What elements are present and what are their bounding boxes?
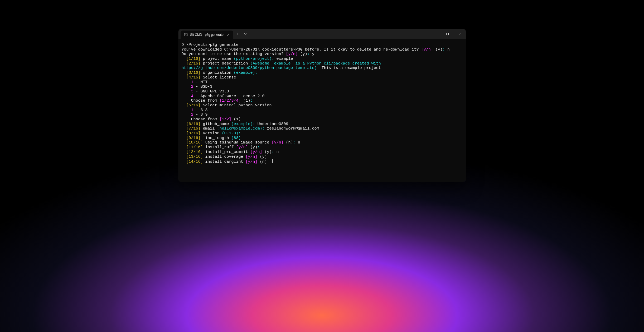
- pyver-option-n: 1: [191, 108, 193, 112]
- step-index: [2/16]: [186, 61, 201, 66]
- step-label: Select minimal_python_version: [201, 103, 272, 108]
- step-index: [6/16]: [186, 122, 201, 126]
- terminal-output[interactable]: D:\Projects>p3g generate You've download…: [178, 39, 466, 182]
- download-msg: You've downloaded C:\Users\28701\.cookie…: [182, 47, 421, 52]
- step-index: [9/16]: [186, 136, 201, 140]
- license-option-name: GNU GPL v3.0: [201, 89, 229, 94]
- download-default: (y): [433, 47, 443, 52]
- step-label: organization: [201, 71, 234, 75]
- step-default: (y): [258, 155, 267, 159]
- dash: -: [193, 108, 201, 112]
- step-label: project_description: [201, 61, 250, 66]
- window-controls: [429, 29, 466, 39]
- step-index: [7/16]: [186, 126, 201, 131]
- step-default: (88): [231, 136, 241, 140]
- yn-hint: [y/n]: [250, 150, 262, 154]
- step-index: [3/16]: [186, 71, 201, 75]
- tab-active[interactable]: Git CMD - p3g generate: [181, 31, 233, 39]
- step-default: (hello@example.com): [217, 126, 262, 131]
- dash: -: [193, 94, 201, 98]
- download-answer: n: [447, 47, 450, 52]
- license-option-name: MIT: [201, 80, 208, 85]
- colon: :: [250, 98, 253, 103]
- step-label: install_darglint: [203, 160, 246, 164]
- step-label: install_pre_commit: [203, 150, 250, 154]
- colon: :: [307, 52, 312, 56]
- pyver-option-name: 3.8: [201, 108, 208, 112]
- dash: -: [193, 80, 201, 85]
- step-answer: example: [277, 57, 293, 61]
- minimize-button[interactable]: [429, 29, 442, 39]
- colon: :: [253, 122, 258, 126]
- step-label: using_tsinghua_image_source: [203, 140, 272, 145]
- prompt: D:\Projects>: [182, 43, 210, 47]
- maximize-button[interactable]: [442, 29, 454, 39]
- cursor: [272, 159, 273, 163]
- terminal-icon: [184, 33, 188, 37]
- step-default: (example): [231, 122, 253, 126]
- step-answer: This is a example project: [322, 66, 381, 70]
- step-label: line_length: [201, 136, 231, 140]
- step-default-url: https://github.com/Undertone0809/python-…: [182, 66, 314, 70]
- step-default-pre: (Awesome `example` is a Python cli/packa…: [250, 61, 381, 66]
- command-text: p3g generate: [210, 43, 239, 47]
- tab-close-button[interactable]: [226, 32, 231, 37]
- pyver-option-n: 2: [191, 112, 193, 117]
- yn-hint: [y/n]: [236, 145, 248, 150]
- step-default: (n): [284, 140, 293, 145]
- step-answer: zeeland4work@gmail.com: [267, 126, 319, 131]
- titlebar-drag-area[interactable]: [249, 29, 429, 39]
- step-label: Select license: [201, 75, 236, 80]
- colon: :: [262, 126, 267, 131]
- yn-hint: [y/n]: [286, 52, 298, 56]
- license-option-n: 1: [191, 80, 193, 85]
- choose-range: [1/2]: [220, 117, 231, 122]
- new-tab-button[interactable]: [233, 29, 242, 39]
- step-index: [11/16]: [186, 145, 203, 150]
- colon: :: [272, 57, 277, 61]
- yn-hint: [y/n]: [421, 47, 433, 52]
- license-option-name: Apache Software License 2.0: [201, 94, 265, 98]
- step-default: (example): [234, 71, 255, 75]
- license-option-name: BSD-3: [201, 85, 212, 89]
- step-label: github_name: [201, 122, 231, 126]
- svg-rect-0: [184, 33, 187, 36]
- step-label: install_ruff: [203, 145, 236, 150]
- step-label: install_coverage: [203, 155, 246, 159]
- step-index: [14/16]: [186, 160, 203, 164]
- step-index: [4/16]: [186, 75, 201, 80]
- step-index: [12/16]: [186, 150, 203, 154]
- yn-hint: [y/n]: [246, 160, 258, 164]
- dash: -: [193, 112, 201, 117]
- colon: :: [258, 145, 260, 150]
- step-default-close: ): [314, 66, 317, 70]
- step-default: (y): [248, 145, 258, 150]
- colon: :: [317, 66, 322, 70]
- colon: :: [443, 47, 447, 52]
- choose-default: (1): [231, 117, 241, 122]
- reuse-default: (y): [298, 52, 307, 56]
- colon: :: [241, 136, 243, 140]
- pyver-option-name: 3.9: [201, 112, 208, 117]
- tab-dropdown-button[interactable]: [242, 29, 249, 39]
- yn-hint: [y/n]: [272, 140, 284, 145]
- close-button[interactable]: [454, 29, 466, 39]
- step-label: email: [201, 126, 217, 131]
- tab-title: Git CMD - p3g generate: [190, 33, 224, 37]
- step-index: [10/16]: [186, 140, 203, 145]
- license-option-n: 4: [191, 94, 193, 98]
- choose-pre: Choose from: [182, 117, 220, 122]
- step-answer: Undertone0809: [258, 122, 288, 126]
- step-default: (0.1.0): [222, 131, 239, 136]
- colon: :: [239, 131, 241, 136]
- step-answer: n: [298, 140, 300, 145]
- yn-hint: [y/n]: [246, 155, 258, 159]
- dash: -: [193, 85, 201, 89]
- reuse-prompt: Do you want to re-use the existing versi…: [182, 52, 286, 56]
- step-default: (n): [258, 160, 267, 164]
- choose-pre: Choose from: [182, 98, 220, 103]
- titlebar[interactable]: Git CMD - p3g generate: [178, 29, 466, 39]
- choose-default: (1): [241, 98, 250, 103]
- dash: -: [193, 89, 201, 94]
- step-default: (y): [262, 150, 272, 154]
